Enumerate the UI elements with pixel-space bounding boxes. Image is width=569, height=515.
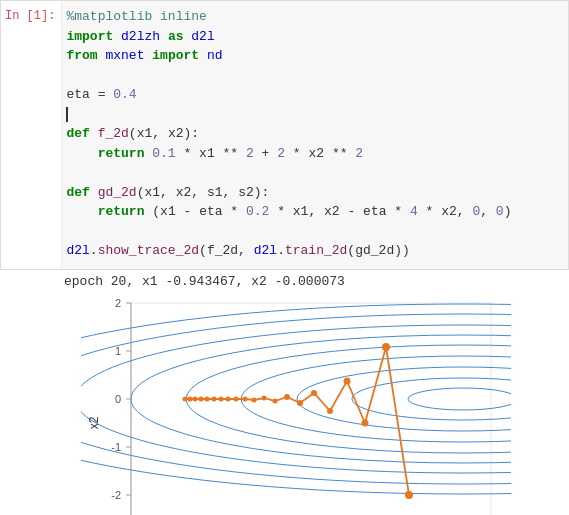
svg-point-13 <box>343 377 350 384</box>
code-line: d2l.show_trace_2d(f_2d, d2l.train_2d(gd_… <box>66 241 560 261</box>
y-axis: 2 1 0 -1 -2 -3 x2 <box>87 297 131 516</box>
code-line: %matplotlib inline <box>66 7 560 27</box>
svg-point-20 <box>251 397 256 402</box>
svg-point-16 <box>297 400 303 406</box>
svg-point-30 <box>182 396 187 401</box>
code-line: def gd_2d(x1, x2, s1, s2): <box>66 183 560 203</box>
svg-point-29 <box>187 396 192 401</box>
svg-text:x2: x2 <box>87 416 101 429</box>
svg-text:0: 0 <box>114 393 120 405</box>
svg-point-18 <box>272 398 277 403</box>
code-block: %matplotlib inline import d2lzh as d2l f… <box>61 1 568 269</box>
svg-point-26 <box>204 396 209 401</box>
output-text: epoch 20, x1 -0.943467, x2 -0.000073 <box>0 270 569 293</box>
code-line <box>66 222 560 242</box>
code-line <box>66 66 560 86</box>
cell-label: In [1]: <box>1 1 61 23</box>
code-line: from mxnet import nd <box>66 46 560 66</box>
svg-point-23 <box>225 396 230 401</box>
svg-point-24 <box>218 396 223 401</box>
svg-text:1: 1 <box>114 345 120 357</box>
code-line: return 0.1 * x1 ** 2 + 2 * x2 ** 2 <box>66 144 560 164</box>
code-line <box>66 163 560 183</box>
svg-text:-2: -2 <box>111 489 121 501</box>
svg-point-27 <box>198 396 203 401</box>
code-line: def f_2d(x1, x2): <box>66 124 560 144</box>
svg-text:-1: -1 <box>111 441 121 453</box>
svg-point-19 <box>261 395 266 400</box>
code-line: eta = 0.4 <box>66 85 560 105</box>
svg-point-28 <box>192 396 197 401</box>
svg-point-21 <box>242 396 247 401</box>
notebook-cell: In [1]: %matplotlib inline import d2lzh … <box>0 0 569 515</box>
svg-point-11 <box>382 343 390 351</box>
svg-point-25 <box>211 396 216 401</box>
code-line: return (x1 - eta * 0.2 * x1, x2 - eta * … <box>66 202 560 222</box>
plot-svg: -4 -2 0 x1 2 1 <box>81 293 511 516</box>
svg-point-15 <box>311 390 317 396</box>
svg-point-12 <box>361 419 368 426</box>
svg-point-17 <box>284 394 290 400</box>
svg-text:2: 2 <box>114 297 120 309</box>
svg-point-22 <box>233 396 238 401</box>
code-line: import d2lzh as d2l <box>66 27 560 47</box>
code-line <box>66 105 560 125</box>
svg-point-14 <box>327 408 333 414</box>
svg-point-10 <box>405 491 413 499</box>
plot-area: -4 -2 0 x1 2 1 <box>0 293 569 516</box>
